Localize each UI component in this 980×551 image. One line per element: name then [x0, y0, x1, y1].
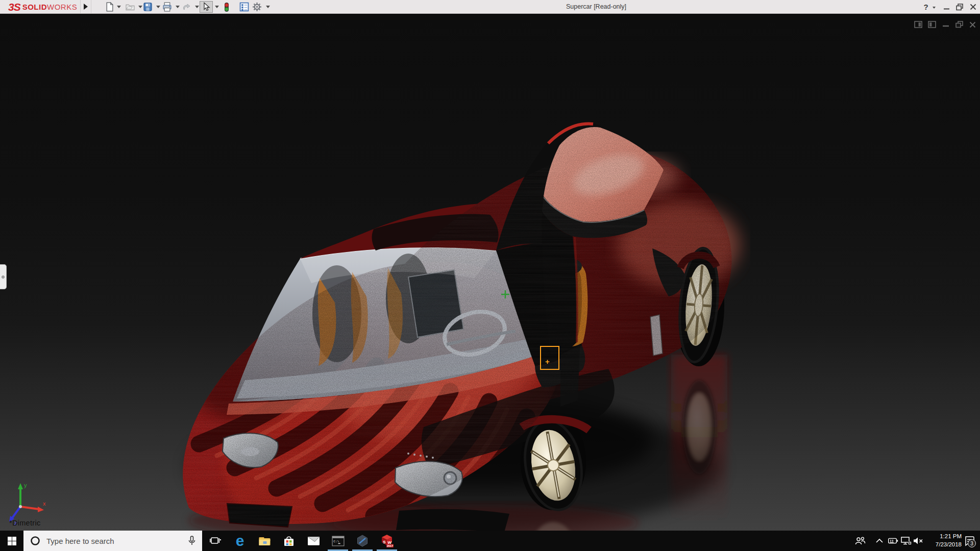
- close-icon: [970, 4, 976, 10]
- selection-cross-icon: +: [545, 359, 550, 364]
- clock-time: 1:21 PM: [928, 532, 962, 540]
- edge-browser-icon: e: [236, 534, 244, 548]
- toolbar-flyout-button[interactable]: [80, 0, 91, 13]
- microphone-icon[interactable]: [188, 536, 196, 546]
- microsoft-store-icon: [283, 535, 295, 547]
- panel-tab-dot-icon: [2, 276, 5, 279]
- power-plug-icon: [887, 537, 898, 545]
- taskbar-app-command-prompt[interactable]: C:\: [326, 531, 350, 551]
- supercar-render[interactable]: [168, 115, 750, 533]
- brand-mark: 3S: [8, 1, 20, 13]
- desktop: 3S SOLID WORKS: [0, 0, 980, 551]
- print-dropdown[interactable]: [176, 6, 180, 8]
- help-dropdown[interactable]: [933, 7, 936, 9]
- people-tray-button[interactable]: [854, 535, 866, 546]
- start-button[interactable]: [0, 531, 23, 551]
- save-button[interactable]: [141, 1, 154, 13]
- brand-bold: SOLID: [22, 3, 47, 11]
- volume-muted-icon: [913, 536, 924, 545]
- task-view-icon: [210, 536, 221, 545]
- mail-icon: [307, 536, 320, 546]
- titlebar: 3S SOLID WORKS: [0, 0, 980, 14]
- command-prompt-icon: C:\: [332, 536, 345, 546]
- undo-button[interactable]: [180, 1, 192, 13]
- close-button[interactable]: [968, 2, 978, 12]
- windows-logo-icon: [8, 537, 16, 545]
- triad-x-label: x: [43, 500, 46, 507]
- restore-icon: [956, 4, 963, 11]
- select-dropdown[interactable]: [215, 6, 219, 8]
- properties-list-button[interactable]: [238, 1, 250, 13]
- undo-icon: [181, 2, 191, 12]
- power-tray-button[interactable]: [887, 535, 898, 546]
- minimize-icon: [943, 4, 950, 10]
- pane-toggle-left-button[interactable]: [913, 20, 923, 29]
- volume-tray-button[interactable]: [913, 535, 924, 546]
- minimize-doc-button[interactable]: [941, 20, 951, 29]
- options-dropdown[interactable]: [266, 6, 270, 8]
- pane-toggle-left-icon: [914, 21, 922, 28]
- taskbar-app-hexagon[interactable]: [350, 531, 375, 551]
- taskbar-app-mail[interactable]: [301, 531, 326, 551]
- cmd-glyph: C:\: [333, 539, 339, 543]
- properties-list-icon: [239, 2, 249, 12]
- notification-badge: 3: [968, 539, 976, 547]
- open-folder-icon: [125, 2, 135, 12]
- minimize-button[interactable]: [941, 2, 951, 12]
- clock[interactable]: 1:21 PM 7/23/2018: [928, 532, 962, 549]
- options-gear-icon: [252, 2, 262, 12]
- selection-marquee: +: [540, 346, 559, 370]
- triad-y-label: y: [24, 482, 27, 488]
- close-doc-button[interactable]: [967, 20, 977, 29]
- tray-overflow-button[interactable]: [874, 535, 885, 546]
- select-cursor-icon: [202, 2, 211, 12]
- print-icon: [162, 2, 172, 12]
- flyout-arrow-icon: [84, 4, 88, 10]
- sw-s-glyph: S: [383, 540, 386, 544]
- help-icon: ?: [923, 3, 928, 11]
- new-document-button[interactable]: [103, 1, 115, 13]
- task-view-button[interactable]: [203, 531, 228, 551]
- solidworks-logo: 3S SOLID WORKS: [8, 1, 77, 13]
- open-button[interactable]: [124, 1, 136, 13]
- hexagon-app-icon: [356, 535, 369, 547]
- display-states-icon: [223, 2, 231, 12]
- file-explorer-icon: [258, 535, 271, 546]
- graphics-viewport[interactable]: + y x z *Dimetric: [0, 14, 980, 531]
- clock-date: 7/23/2018: [928, 540, 962, 548]
- help-menu-button[interactable]: ?: [921, 2, 931, 12]
- restore-doc-icon: [955, 21, 963, 28]
- save-dropdown[interactable]: [156, 6, 160, 8]
- people-icon: [854, 536, 866, 546]
- restore-button[interactable]: [954, 2, 965, 12]
- taskbar-app-file-explorer[interactable]: [252, 531, 277, 551]
- minimize-doc-icon: [942, 21, 949, 28]
- search-placeholder: Type here to search: [46, 537, 188, 545]
- select-tool-button[interactable]: [200, 1, 213, 13]
- feature-panel-tab[interactable]: [0, 264, 7, 289]
- solidworks-2017-icon: S W 2017: [380, 534, 394, 547]
- pane-toggle-right-button[interactable]: [927, 20, 937, 29]
- options-button[interactable]: [251, 1, 263, 13]
- taskbar: Type here to search e: [0, 531, 980, 551]
- chevron-up-icon: [875, 538, 884, 543]
- display-states-button[interactable]: [220, 1, 233, 13]
- sw-year-glyph: 2017: [387, 544, 393, 547]
- new-dropdown[interactable]: [117, 6, 121, 8]
- new-document-icon: [105, 2, 114, 12]
- pane-toggle-right-icon: [928, 21, 936, 28]
- lower-grille: [396, 509, 509, 532]
- print-button[interactable]: [161, 1, 173, 13]
- taskbar-app-solidworks[interactable]: S W 2017: [375, 531, 399, 551]
- brand-light: WORKS: [47, 3, 77, 11]
- taskbar-app-edge[interactable]: e: [228, 531, 252, 551]
- save-icon: [143, 2, 153, 12]
- taskbar-app-store[interactable]: [277, 531, 301, 551]
- undo-dropdown[interactable]: [195, 6, 199, 8]
- cortana-icon: [30, 536, 40, 546]
- window-title: Supercar [Read-only]: [535, 3, 657, 10]
- network-icon: [900, 536, 912, 545]
- network-tray-button[interactable]: [900, 535, 912, 546]
- search-input[interactable]: Type here to search: [23, 531, 202, 551]
- restore-doc-button[interactable]: [954, 20, 964, 29]
